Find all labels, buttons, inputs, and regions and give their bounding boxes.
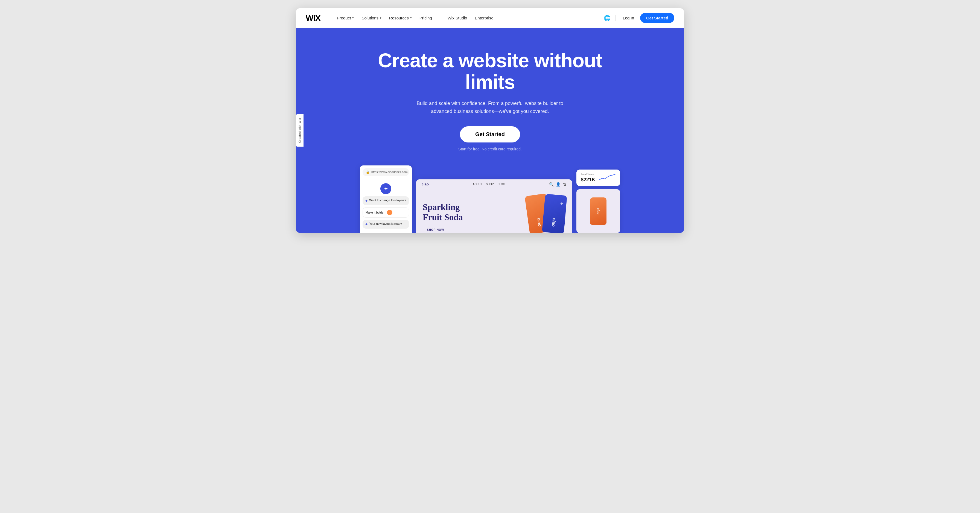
- website-nav-links: ABOUT SHOP BLOG: [473, 183, 505, 186]
- nav-enterprise[interactable]: Enterprise: [471, 13, 496, 22]
- blog-link: BLOG: [498, 183, 505, 186]
- globe-icon: 🌐: [604, 15, 611, 21]
- created-with-wix-label: Created with Wix: [296, 114, 304, 147]
- product-preview-card: ciao: [576, 189, 620, 233]
- language-selector-button[interactable]: 🌐: [602, 13, 612, 23]
- cart-icon: 🛍: [563, 182, 566, 186]
- hero-section: Created with Wix Create a website withou…: [296, 28, 684, 233]
- hero-subtitle: Build and scale with confidence. From a …: [411, 100, 569, 115]
- lock-icon: 🔒: [366, 170, 370, 174]
- shop-link: SHOP: [486, 183, 493, 186]
- hero-text: Create a website without limits Build an…: [367, 50, 613, 151]
- product-cans: ciao ✦ ciao: [527, 195, 565, 233]
- navigation: WIX Product ▾ Solutions ▾ Resources ▾ Pr…: [296, 8, 684, 28]
- hero-cta-area: Get Started Start for free. No credit ca…: [367, 126, 613, 151]
- can-star-icon: ✦: [559, 201, 564, 207]
- chat-text-3: Your new layout is ready.: [369, 222, 402, 225]
- hero-free-label: Start for free. No credit card required.: [458, 147, 522, 151]
- sparkline-chart: [600, 173, 616, 181]
- product-title: SparklingFruit Soda: [423, 202, 523, 222]
- user-avatar: [387, 210, 392, 215]
- nav-pricing[interactable]: Pricing: [416, 13, 435, 22]
- nav-resources[interactable]: Resources ▾: [386, 13, 415, 22]
- website-copy: SparklingFruit Soda SHOP NOW: [423, 202, 523, 233]
- nav-product[interactable]: Product ▾: [334, 13, 357, 22]
- blue-can: ✦ ciao: [542, 194, 567, 233]
- website-preview-nav: ciao ABOUT SHOP BLOG 🔍 👤 🛍: [416, 179, 572, 189]
- chevron-down-icon: ▾: [410, 16, 412, 20]
- stats-label: Total Sales: [581, 173, 595, 176]
- url-bar: 🔒 https://www.ciaodrinks.com: [363, 168, 409, 176]
- url-text: https://www.ciaodrinks.com: [371, 170, 408, 174]
- hero-get-started-button[interactable]: Get Started: [460, 126, 520, 142]
- nav-links: Product ▾ Solutions ▾ Resources ▾ Pricin…: [334, 13, 602, 22]
- ciao-logo: ciao: [422, 182, 429, 186]
- nav-wix-studio[interactable]: Wix Studio: [444, 13, 471, 22]
- chat-bubble-3: + Your new layout is ready.: [363, 220, 409, 229]
- login-button[interactable]: Log In: [619, 13, 638, 22]
- chat-text-1: Want to change this layout?: [369, 199, 406, 202]
- ai-icon: ✦: [380, 183, 391, 194]
- nav-get-started-button[interactable]: Get Started: [640, 13, 674, 23]
- chat-bubble-2: Make it bolder!: [363, 207, 409, 218]
- stats-value: $221K: [581, 177, 595, 183]
- plus-icon-2: +: [365, 222, 368, 226]
- nav-right-divider: [615, 15, 616, 21]
- hero-screenshots: 🔒 https://www.ciaodrinks.com ✦ + Want to…: [307, 166, 673, 233]
- nav-solutions[interactable]: Solutions ▾: [358, 13, 385, 22]
- about-link: ABOUT: [473, 183, 482, 186]
- stats-panel: Total Sales $221K ciao: [576, 170, 620, 233]
- product-can-logo: ciao: [597, 208, 600, 214]
- ai-chat-panel: 🔒 https://www.ciaodrinks.com ✦ + Want to…: [360, 166, 412, 233]
- nav-right: 🌐 Log In Get Started: [602, 13, 674, 23]
- chevron-down-icon: ▾: [352, 16, 354, 20]
- product-can-preview: ciao: [590, 198, 606, 225]
- total-sales-card: Total Sales $221K: [576, 170, 620, 186]
- website-preview-panel: ciao ABOUT SHOP BLOG 🔍 👤 🛍 SparklingFrui: [416, 179, 572, 233]
- user-icon: 👤: [556, 182, 560, 186]
- hero-title: Create a website without limits: [367, 50, 613, 93]
- website-preview-body: SparklingFruit Soda SHOP NOW ciao ✦ ciao: [416, 189, 572, 233]
- search-icon: 🔍: [549, 182, 554, 186]
- plus-icon: +: [365, 199, 368, 203]
- chat-bubble-1: + Want to change this layout?: [363, 196, 409, 205]
- can-logo-blue: ciao: [551, 218, 557, 227]
- can-logo-orange: ciao: [536, 218, 542, 227]
- chevron-down-icon: ▾: [380, 16, 382, 20]
- website-nav-icons: 🔍 👤 🛍: [549, 182, 566, 186]
- wix-logo[interactable]: WIX: [306, 14, 320, 22]
- chat-text-2: Make it bolder!: [366, 211, 385, 214]
- shop-now-button[interactable]: SHOP NOW: [423, 227, 448, 233]
- browser-window: WIX Product ▾ Solutions ▾ Resources ▾ Pr…: [296, 8, 684, 233]
- ai-chat-content: ✦ + Want to change this layout? Make it …: [360, 179, 412, 233]
